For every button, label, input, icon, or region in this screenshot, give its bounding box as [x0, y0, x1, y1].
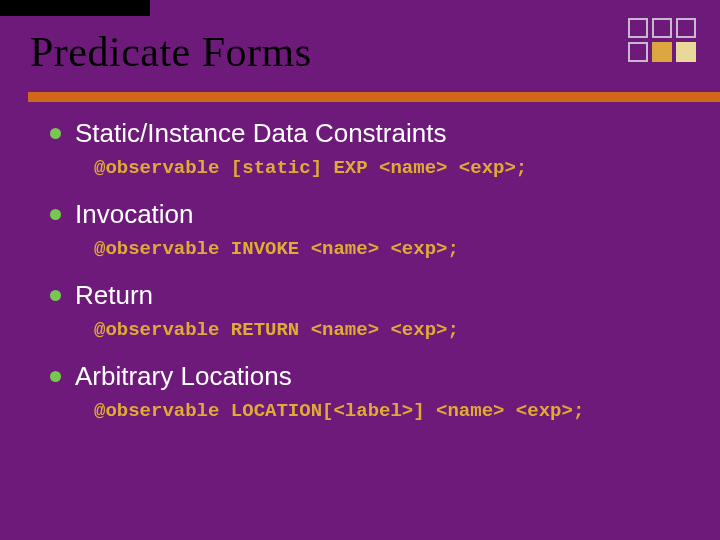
list-item: Static/Instance Data Constraints @observ…: [50, 118, 680, 179]
item-code: @observable [static] EXP <name> <exp>;: [94, 157, 680, 179]
top-black-bar: [0, 0, 150, 16]
item-code: @observable LOCATION[<label>] <name> <ex…: [94, 400, 680, 422]
item-heading-row: Return: [50, 280, 680, 311]
item-code: @observable RETURN <name> <exp>;: [94, 319, 680, 341]
accent-divider: [28, 92, 720, 102]
logo-square: [652, 18, 672, 38]
bullet-icon: [50, 128, 61, 139]
logo-square: [628, 18, 648, 38]
logo-square: [676, 18, 696, 38]
list-item: Invocation @observable INVOKE <name> <ex…: [50, 199, 680, 260]
item-heading-row: Invocation: [50, 199, 680, 230]
bullet-icon: [50, 290, 61, 301]
item-heading-row: Arbitrary Locations: [50, 361, 680, 392]
bullet-icon: [50, 371, 61, 382]
list-item: Arbitrary Locations @observable LOCATION…: [50, 361, 680, 422]
logo-square: [652, 42, 672, 62]
item-heading-row: Static/Instance Data Constraints: [50, 118, 680, 149]
item-heading: Return: [75, 280, 153, 311]
content-area: Static/Instance Data Constraints @observ…: [50, 118, 680, 442]
corner-logo: [628, 18, 700, 76]
slide-title: Predicate Forms: [30, 28, 312, 76]
item-heading: Invocation: [75, 199, 194, 230]
logo-square: [628, 42, 648, 62]
list-item: Return @observable RETURN <name> <exp>;: [50, 280, 680, 341]
logo-square: [676, 42, 696, 62]
bullet-icon: [50, 209, 61, 220]
item-code: @observable INVOKE <name> <exp>;: [94, 238, 680, 260]
item-heading: Static/Instance Data Constraints: [75, 118, 446, 149]
slide: Predicate Forms Static/Instance Data Con…: [0, 0, 720, 540]
item-heading: Arbitrary Locations: [75, 361, 292, 392]
